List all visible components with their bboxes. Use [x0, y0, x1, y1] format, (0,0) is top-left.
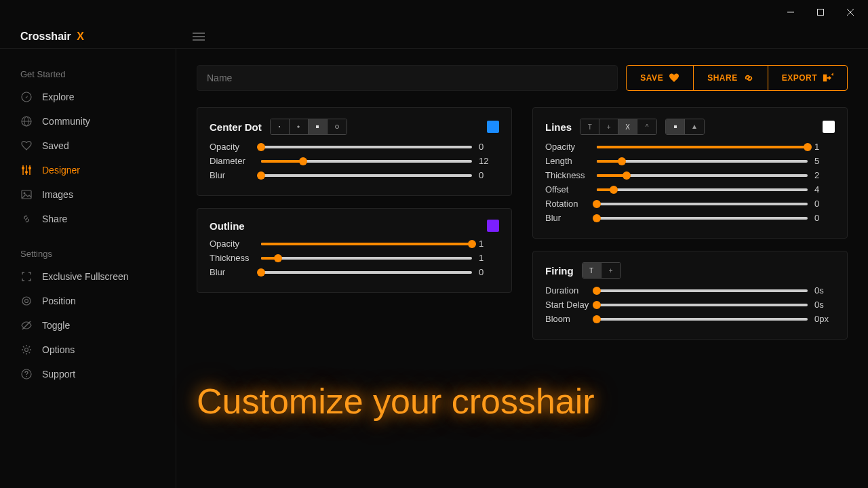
slider-track[interactable]: [261, 257, 472, 260]
slider-thumb[interactable]: [257, 268, 265, 277]
lines-triangle[interactable]: [685, 119, 704, 134]
slider-value: 12: [479, 156, 499, 166]
slider-duration: Duration0s: [545, 285, 835, 296]
slider-value: 1: [814, 142, 835, 152]
export-button[interactable]: EXPORT: [768, 66, 847, 90]
slider-track[interactable]: [597, 188, 808, 191]
slider-thumb[interactable]: [804, 143, 812, 151]
slider-track[interactable]: [261, 174, 472, 177]
slider-thumb[interactable]: [618, 157, 626, 165]
sidebar-item-options[interactable]: Options: [0, 338, 176, 362]
firing-t[interactable]: T: [583, 263, 601, 278]
window-minimize-button[interactable]: [776, 2, 806, 22]
sidebar-item-share[interactable]: Share: [0, 207, 176, 231]
eye-off-icon: [20, 319, 33, 331]
sidebar-item-designer[interactable]: Designer: [0, 158, 176, 182]
slider-track[interactable]: [597, 304, 808, 306]
hamburger-icon: [193, 33, 205, 41]
slider-opacity: Opacity0: [210, 142, 499, 152]
slider-track[interactable]: [597, 160, 808, 163]
slider-track[interactable]: [261, 160, 472, 163]
sidebar-item-label: Toggle: [42, 320, 70, 331]
slider-track[interactable]: [597, 203, 808, 205]
firing-plus[interactable]: +: [601, 263, 620, 278]
globe-icon: [20, 115, 33, 127]
slider-thumb[interactable]: [593, 315, 601, 323]
sidebar-item-label: Images: [42, 189, 73, 200]
logo-x: [73, 30, 75, 42]
heart-filled-icon: [669, 73, 679, 83]
lines-t[interactable]: T: [580, 119, 599, 134]
lines-solid[interactable]: [666, 119, 685, 134]
slider-thumb[interactable]: [593, 214, 601, 222]
slider-list: Duration0sStart Delay0sBloom0px: [545, 285, 835, 324]
slider-thumb[interactable]: [610, 186, 618, 194]
sidebar-item-explore[interactable]: Explore: [0, 85, 176, 109]
slider-track[interactable]: [261, 146, 472, 148]
svg-point-22: [25, 348, 28, 352]
shape-tiny-square[interactable]: [271, 119, 290, 134]
slider-thumb[interactable]: [257, 143, 265, 151]
slider-track[interactable]: [597, 146, 808, 148]
slider-thumb[interactable]: [274, 254, 282, 262]
slider-track[interactable]: [597, 318, 808, 321]
shape-square[interactable]: [309, 119, 328, 134]
slider-label: Opacity: [210, 239, 254, 249]
button-label: SHARE: [707, 73, 738, 83]
lines-caret[interactable]: ^: [637, 119, 656, 134]
slider-thumb[interactable]: [299, 157, 307, 165]
main-content: SAVE SHARE EXPORT Center: [176, 49, 868, 488]
slider-track[interactable]: [597, 289, 808, 292]
slider-diameter: Diameter12: [210, 156, 499, 166]
panel-title: Lines: [545, 121, 572, 133]
lines-plus[interactable]: +: [599, 119, 618, 134]
sidebar-item-saved[interactable]: Saved: [0, 134, 176, 158]
svg-point-20: [25, 300, 28, 303]
panel-center-dot: Center Dot Opacity0Diameter12Blur0: [197, 107, 512, 196]
lines-color-swatch[interactable]: [823, 121, 835, 133]
minimize-icon: [787, 9, 794, 16]
sidebar-item-community[interactable]: Community: [0, 109, 176, 134]
slider-bloom: Bloom0px: [545, 314, 835, 324]
slider-track[interactable]: [261, 243, 472, 245]
lines-x[interactable]: X: [618, 119, 637, 134]
slider-track[interactable]: [261, 271, 472, 274]
shape-circle[interactable]: [328, 119, 347, 134]
slider-thumb[interactable]: [593, 301, 601, 309]
svg-rect-25: [279, 126, 280, 127]
window-maximize-button[interactable]: [806, 2, 835, 22]
button-label: EXPORT: [782, 73, 817, 83]
heart-icon: [20, 140, 33, 152]
slider-value: 0: [479, 142, 499, 152]
sidebar-toggle-button[interactable]: [193, 33, 205, 41]
sidebar-item-exclusive-fullscreen[interactable]: Exclusive Fullscreen: [0, 264, 176, 289]
sidebar-item-position[interactable]: Position: [0, 289, 176, 313]
sidebar-item-toggle[interactable]: Toggle: [0, 313, 176, 338]
slider-thumb[interactable]: [468, 240, 476, 248]
svg-point-24: [26, 376, 27, 378]
crosshair-name-input[interactable]: [197, 65, 618, 91]
window-close-button[interactable]: [835, 2, 865, 22]
slider-thumb[interactable]: [623, 171, 631, 180]
panel-lines: Lines T + X ^ Opacity1Length: [532, 107, 848, 239]
outline-color-swatch[interactable]: [487, 220, 499, 232]
shape-diamond[interactable]: [290, 119, 309, 134]
centerdot-color-swatch[interactable]: [487, 121, 499, 133]
slider-track[interactable]: [597, 217, 808, 220]
slider-value: 0px: [814, 314, 835, 324]
image-icon: [20, 188, 33, 201]
slider-thumb[interactable]: [593, 200, 601, 208]
share-button[interactable]: SHARE: [694, 66, 768, 90]
save-button[interactable]: SAVE: [627, 66, 694, 90]
app-header: Crosshair X: [0, 24, 868, 49]
svg-rect-1: [818, 9, 824, 16]
sidebar-item-images[interactable]: Images: [0, 182, 176, 207]
sidebar-item-support[interactable]: Support: [0, 362, 176, 386]
window-titlebar: [0, 0, 868, 24]
slider-label: Bloom: [545, 314, 590, 324]
slider-thumb[interactable]: [593, 287, 601, 295]
link-icon: [20, 213, 33, 225]
slider-track[interactable]: [597, 174, 808, 177]
slider-thumb[interactable]: [257, 171, 265, 180]
slider-offset: Offset4: [545, 184, 835, 195]
